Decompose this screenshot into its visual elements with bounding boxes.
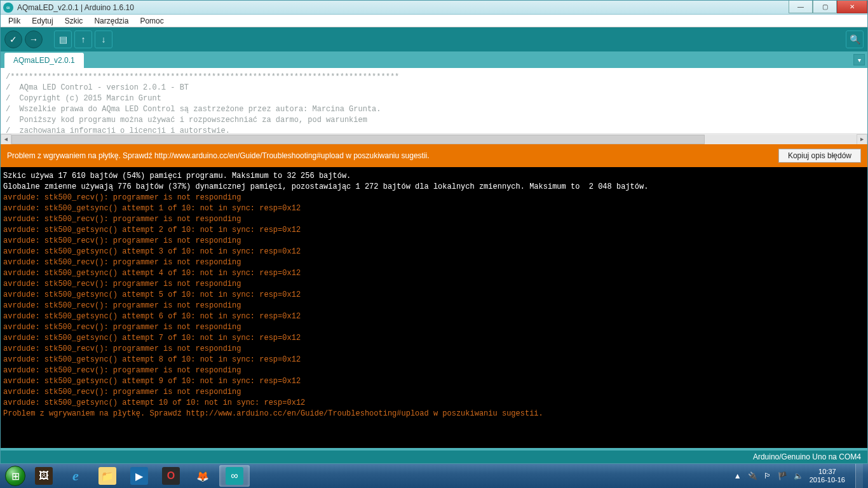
- close-button[interactable]: ✕: [837, 1, 867, 13]
- code-editor[interactable]: /***************************************…: [1, 68, 867, 144]
- firefox-icon: 🦊: [194, 467, 212, 485]
- console-error-line: avrdude: stk500_getsync() attempt 5 of 1…: [3, 290, 865, 301]
- console-output[interactable]: Szkic używa 17 610 bajtów (54%) pamięci …: [1, 167, 867, 448]
- start-button[interactable]: ⊞: [3, 464, 28, 488]
- tab-active[interactable]: AQmaLED_v2.0.1: [4, 53, 84, 68]
- code-line: / Poniższy kod programu można używać i r…: [6, 115, 862, 126]
- error-banner: Problem z wgrywaniem na płytkę. Sprawdź …: [1, 144, 867, 167]
- console-error-line: avrdude: stk500_getsync() attempt 6 of 1…: [3, 311, 865, 322]
- console-error-line: avrdude: stk500_recv(): programmer is no…: [3, 236, 865, 247]
- tabstrip: AQmaLED_v2.0.1 ▾: [1, 51, 867, 68]
- menu-help[interactable]: Pomoc: [135, 15, 168, 27]
- editor-horizontal-scrollbar[interactable]: ◄ ►: [1, 133, 867, 144]
- tray-power-icon[interactable]: 🔌: [748, 471, 757, 480]
- system-tray: ▲ 🔌 🏳 🏴 🔈 10:37 2016-10-16: [734, 464, 865, 488]
- console-error-line: avrdude: stk500_getsync() attempt 2 of 1…: [3, 225, 865, 236]
- menu-tools[interactable]: Narzędzia: [89, 15, 133, 27]
- taskbar-pin-app-unknown[interactable]: 🖼: [29, 465, 59, 487]
- error-message: Problem z wgrywaniem na płytkę. Sprawdź …: [7, 151, 778, 160]
- tray-flag-icon[interactable]: 🏳: [764, 471, 771, 480]
- internet-explorer-icon: e: [67, 467, 85, 485]
- console-error-line: avrdude: stk500_getsync() attempt 7 of 1…: [3, 333, 865, 344]
- menu-edit[interactable]: Edytuj: [27, 15, 58, 27]
- console-error-line: avrdude: stk500_recv(): programmer is no…: [3, 193, 865, 203]
- scroll-thumb[interactable]: [11, 135, 705, 144]
- console-error-line: avrdude: stk500_getsync() attempt 1 of 1…: [3, 203, 865, 214]
- opera-icon: O: [162, 467, 180, 485]
- toolbar: ✓ → ▤ ↑ ↓ 🔍: [1, 27, 867, 51]
- maximize-button[interactable]: ▢: [813, 1, 837, 13]
- tray-overflow-icon[interactable]: ▲: [734, 471, 742, 480]
- copy-errors-button[interactable]: Kopiuj opis błędów: [778, 149, 861, 163]
- tray-volume-icon[interactable]: 🔈: [794, 471, 803, 480]
- console-error-line: avrdude: stk500_recv(): programmer is no…: [3, 257, 865, 268]
- console-error-line: avrdude: stk500_recv(): programmer is no…: [3, 387, 865, 398]
- console-line: Szkic używa 17 610 bajtów (54%) pamięci …: [3, 171, 865, 182]
- taskbar-pin-arduino-ide[interactable]: ∞: [219, 465, 250, 487]
- tray-flag2-icon[interactable]: 🏴: [778, 471, 787, 480]
- window-title: AQmaLED_v2.0.1 | Arduino 1.6.10: [17, 3, 789, 12]
- show-desktop-button[interactable]: [855, 464, 863, 488]
- code-line: / AQma LED Control - version 2.0.1 - BT: [6, 83, 862, 93]
- taskbar-pin-opera[interactable]: O: [156, 465, 186, 487]
- console-error-line: avrdude: stk500_recv(): programmer is no…: [3, 322, 865, 333]
- verify-button[interactable]: ✓: [4, 30, 22, 48]
- statusbar: Arduino/Genuino Uno na COM4: [1, 448, 867, 463]
- console-error-line: avrdude: stk500_recv(): programmer is no…: [3, 344, 865, 355]
- scroll-right-icon[interactable]: ►: [857, 134, 867, 144]
- tray-clock[interactable]: 10:37 2016-10-16: [810, 468, 845, 484]
- console-error-line: avrdude: stk500_recv(): programmer is no…: [3, 301, 865, 311]
- serial-monitor-button[interactable]: 🔍: [846, 30, 864, 48]
- console-error-line: avrdude: stk500_getsync() attempt 3 of 1…: [3, 247, 865, 257]
- console-error-line: avrdude: stk500_recv(): programmer is no…: [3, 279, 865, 290]
- minimize-button[interactable]: —: [789, 1, 813, 13]
- console-error-line: avrdude: stk500_getsync() attempt 9 of 1…: [3, 376, 865, 387]
- arduino-window: ∞ AQmaLED_v2.0.1 | Arduino 1.6.10 — ▢ ✕ …: [0, 0, 868, 464]
- taskbar-pin-file-explorer[interactable]: 📁: [92, 465, 123, 487]
- code-line: / Copyright (c) 2015 Marcin Grunt: [6, 93, 862, 104]
- windows-taskbar: ⊞ 🖼e📁▶O🦊∞ ▲ 🔌 🏳 🏴 🔈 10:37 2016-10-16: [0, 464, 868, 488]
- console-error-line: avrdude: stk500_getsync() attempt 4 of 1…: [3, 268, 865, 279]
- tabs-dropdown-icon[interactable]: ▾: [853, 54, 865, 65]
- console-error-line: Problem z wgrywaniem na płytkę. Sprawdź …: [3, 409, 865, 419]
- menubar: Plik Edytuj Szkic Narzędzia Pomoc: [1, 15, 867, 27]
- taskbar-pin-firefox[interactable]: 🦊: [187, 465, 218, 487]
- arduino-ide-icon: ∞: [226, 467, 243, 485]
- console-error-line: avrdude: stk500_getsync() attempt 10 of …: [3, 398, 865, 409]
- menu-sketch[interactable]: Szkic: [60, 15, 88, 27]
- arduino-icon: ∞: [3, 3, 13, 13]
- code-line: /***************************************…: [6, 72, 862, 83]
- taskbar-pin-internet-explorer[interactable]: e: [60, 465, 91, 487]
- file-explorer-icon: 📁: [98, 467, 116, 485]
- console-error-line: avrdude: stk500_recv(): programmer is no…: [3, 365, 865, 376]
- board-port-label: Arduino/Genuino Uno na COM4: [753, 452, 861, 461]
- windows-logo-icon: ⊞: [5, 466, 25, 486]
- upload-button[interactable]: →: [25, 30, 43, 48]
- app-unknown-icon: 🖼: [35, 467, 53, 485]
- taskbar-pin-media-player[interactable]: ▶: [124, 465, 154, 487]
- titlebar[interactable]: ∞ AQmaLED_v2.0.1 | Arduino 1.6.10 — ▢ ✕: [1, 1, 867, 15]
- console-error-line: avrdude: stk500_recv(): programmer is no…: [3, 214, 865, 225]
- new-sketch-button[interactable]: ▤: [54, 30, 72, 48]
- media-player-icon: ▶: [130, 467, 148, 485]
- scroll-left-icon[interactable]: ◄: [1, 134, 11, 144]
- tray-date: 2016-10-16: [810, 476, 845, 484]
- open-sketch-button[interactable]: ↑: [74, 30, 92, 48]
- console-error-line: avrdude: stk500_getsync() attempt 8 of 1…: [3, 355, 865, 365]
- console-line: Globalne zmienne używają 776 bajtów (37%…: [3, 182, 865, 193]
- save-sketch-button[interactable]: ↓: [95, 30, 112, 48]
- code-line: / Wszelkie prawa do AQma LED Control są …: [6, 104, 862, 115]
- tray-time: 10:37: [810, 468, 845, 476]
- menu-file[interactable]: Plik: [3, 15, 25, 27]
